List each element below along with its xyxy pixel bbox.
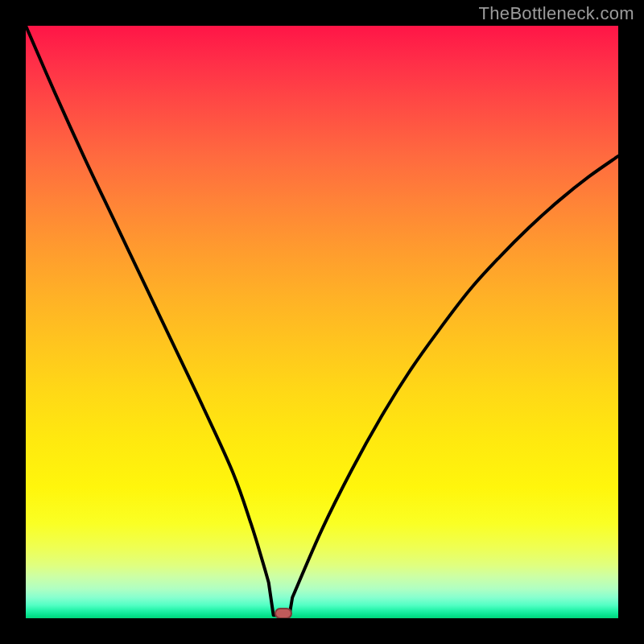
watermark-text: TheBottleneck.com — [479, 3, 634, 24]
chart-frame: TheBottleneck.com — [0, 0, 644, 644]
plot-area — [26, 26, 618, 618]
optimum-marker — [275, 608, 292, 618]
bottleneck-curve-path — [26, 26, 618, 615]
curve-svg — [26, 26, 618, 618]
